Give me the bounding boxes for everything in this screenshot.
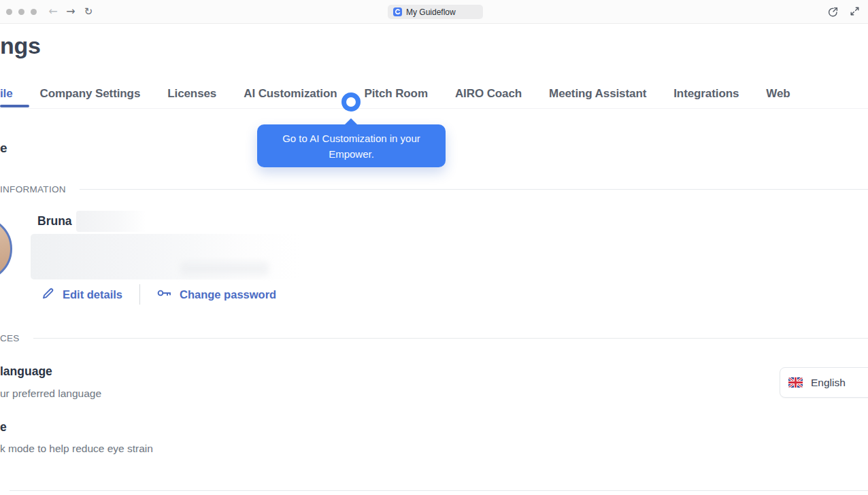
share-icon[interactable] bbox=[827, 6, 839, 18]
tab-profile[interactable]: ile bbox=[0, 87, 13, 101]
preferences-section-divider bbox=[33, 338, 868, 339]
window-maximize-button[interactable] bbox=[31, 9, 37, 15]
tab-ai-customization[interactable]: AI Customization bbox=[244, 87, 337, 101]
guideflow-logo-icon bbox=[393, 7, 402, 16]
information-section-divider bbox=[80, 189, 868, 190]
browser-reload-button[interactable]: ↻ bbox=[81, 4, 96, 19]
uk-flag-icon bbox=[788, 377, 803, 388]
tour-focus-ring[interactable] bbox=[341, 92, 361, 112]
redacted-smudge bbox=[180, 262, 269, 275]
app-window: ← → ↻ My Guideflow ngs ile Comp bbox=[0, 0, 868, 495]
tab-integrations[interactable]: Integrations bbox=[673, 87, 739, 101]
settings-tabbar: ile Company Settings Licenses AI Customi… bbox=[0, 80, 868, 107]
tour-tooltip: Go to AI Customization in your Empower. bbox=[257, 124, 446, 167]
browser-chrome: ← → ↻ My Guideflow bbox=[0, 0, 868, 24]
profile-section-heading: e bbox=[0, 141, 7, 156]
window-close-button[interactable] bbox=[6, 9, 12, 15]
dark-mode-setting-subtitle: k mode to help reduce eye strain bbox=[0, 443, 153, 455]
edit-details-label: Edit details bbox=[63, 288, 122, 301]
tab-licenses[interactable]: Licenses bbox=[167, 87, 216, 101]
change-password-button[interactable]: Change password bbox=[156, 288, 276, 301]
edit-details-button[interactable]: Edit details bbox=[41, 286, 122, 303]
tab-pitch-room[interactable]: Pitch Room bbox=[364, 87, 427, 101]
tab-company-settings[interactable]: Company Settings bbox=[40, 87, 141, 101]
browser-back-button[interactable]: ← bbox=[46, 4, 61, 19]
language-select-value: English bbox=[811, 377, 846, 389]
browser-tab-title: My Guideflow bbox=[406, 7, 456, 17]
bottom-divider bbox=[10, 490, 868, 491]
profile-actions: Edit details Change password bbox=[41, 284, 276, 305]
expand-icon[interactable] bbox=[850, 6, 861, 18]
window-controls bbox=[6, 9, 37, 15]
window-minimize-button[interactable] bbox=[18, 9, 24, 15]
user-avatar bbox=[0, 216, 12, 281]
key-icon bbox=[156, 288, 172, 301]
browser-tab[interactable]: My Guideflow bbox=[388, 5, 483, 19]
redacted-surname bbox=[76, 211, 146, 232]
active-tab-indicator bbox=[0, 105, 29, 107]
tab-meeting-assistant[interactable]: Meeting Assistant bbox=[549, 87, 646, 101]
tabbar-divider bbox=[0, 108, 868, 109]
information-section-header: INFORMATION bbox=[0, 184, 868, 194]
tab-airo-coach[interactable]: AIRO Coach bbox=[455, 87, 522, 101]
page-title: ngs bbox=[0, 33, 41, 59]
language-select[interactable]: English bbox=[780, 367, 868, 398]
actions-divider bbox=[139, 284, 140, 305]
language-setting-title: language bbox=[0, 364, 52, 379]
tour-tooltip-text: Go to AI Customization in your Empower. bbox=[272, 131, 431, 162]
pencil-icon bbox=[41, 286, 55, 303]
change-password-label: Change password bbox=[180, 288, 276, 301]
preferences-section-label: CES bbox=[0, 333, 20, 343]
dark-mode-setting-title: e bbox=[0, 420, 7, 434]
language-setting-subtitle: ur preferred language bbox=[0, 388, 101, 400]
browser-forward-button[interactable]: → bbox=[63, 4, 78, 19]
tab-web[interactable]: Web bbox=[766, 87, 790, 101]
information-section-label: INFORMATION bbox=[0, 184, 66, 194]
preferences-section-header: CES bbox=[0, 333, 868, 343]
user-first-name: Bruna bbox=[37, 214, 72, 228]
